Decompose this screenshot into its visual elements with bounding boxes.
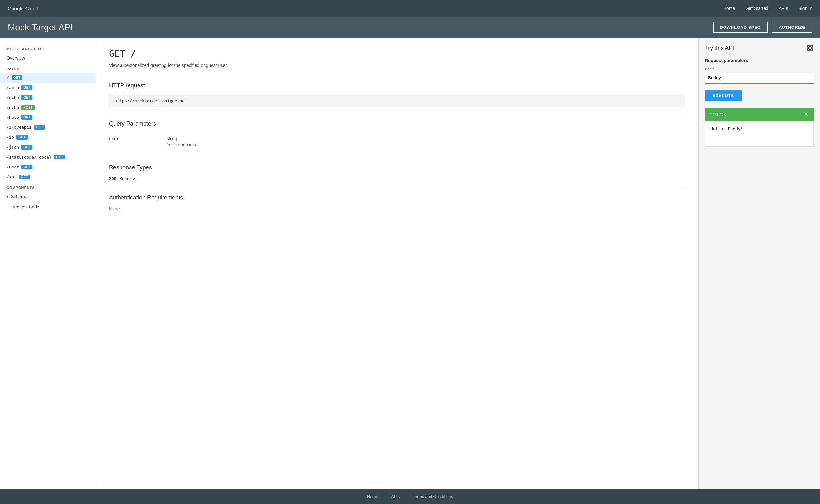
badge-get: GET [34,125,45,130]
request-params-label: Request parameters [705,58,814,63]
sidebar-path-auth-get[interactable]: /auth GET [0,83,96,93]
sidebar-path-help-get[interactable]: /help GET [0,112,96,122]
path-text: /ip [6,135,14,140]
query-params-heading: Query Parameters [109,120,685,127]
svg-rect-3 [811,49,813,51]
user-field-label: user [705,67,814,71]
logo: Google Cloud [8,6,38,11]
sidebar-path-ip-get[interactable]: /ip GET [0,132,96,142]
expand-icon: ▾ [6,194,8,199]
endpoint-description: View a personalized greeting for the spe… [109,63,685,68]
page-header: Mock Target API DOWNLOAD SPEC AUTHORIZE [0,17,820,38]
sidebar-schema-request-body[interactable]: request-body [0,202,96,212]
sidebar-overview-label: Overview [6,55,25,61]
nav-apis[interactable]: APIs [779,6,788,11]
nav-home[interactable]: Home [723,6,735,11]
path-text: /help [6,115,19,120]
path-text: /iloveapis [6,125,31,130]
nav-get-started[interactable]: Get Started [745,6,768,11]
schema-item-label: request-body [13,204,39,209]
nav-links: Home Get Started APIs Sign In [723,6,812,11]
svg-rect-1 [811,45,813,47]
nav-sign-in[interactable]: Sign In [798,6,812,11]
sidebar-path-root-get[interactable]: / GET [0,73,96,83]
param-type-user: string [167,136,685,141]
badge-post: POST [21,105,35,110]
response-code-200: 200: [109,176,118,181]
path-text: /statuscode/{code} [6,155,52,159]
response-body: Hello, Buddy! [705,121,814,147]
endpoint-title: GET / [109,48,685,59]
http-request-heading: HTTP request [109,82,685,89]
path-text: /echo [6,105,19,110]
sidebar: MOCK TARGET API Overview PATHS / GET /au… [0,38,96,489]
path-text: /json [6,145,19,150]
badge-get: GET [21,165,32,169]
path-text: /echo [6,95,19,100]
badge-get: GET [19,175,30,179]
sidebar-path-echo-get[interactable]: /echo GET [0,93,96,102]
execute-button[interactable]: EXECUTE [705,90,742,101]
badge-get: GET [12,75,22,80]
main-layout: MOCK TARGET API Overview PATHS / GET /au… [0,38,820,489]
authorize-button[interactable]: AUTHORIZE [772,22,812,33]
page-title: Mock Target API [8,22,73,33]
sidebar-path-iloveapis-get[interactable]: /iloveapis GET [0,122,96,132]
badge-get: GET [21,95,32,100]
param-details-user: string Your user name. [167,136,685,147]
svg-rect-0 [808,45,809,47]
param-name-user: user [109,136,160,147]
svg-rect-2 [808,49,809,51]
response-item-200: 200: Success [109,176,685,181]
path-text: /auth [6,85,19,90]
expand-icon[interactable] [807,45,814,52]
footer-apis[interactable]: APIs [391,494,400,499]
sidebar-section-paths: PATHS [0,63,96,73]
path-text: /user [6,165,19,169]
sidebar-path-xml-get[interactable]: /xml GET [0,172,96,182]
badge-get: GET [21,115,32,120]
http-url-box: https://mocktarget.apigee.net [109,94,685,107]
response-desc-200: Success [119,176,136,181]
badge-get: GET [16,135,27,140]
footer: Home APIs Terms and Conditions [0,489,820,504]
response-status-box: 200 OK ✕ [705,108,814,121]
path-text: / [6,75,9,80]
param-row-user: user string Your user name. [109,132,685,151]
header-buttons: DOWNLOAD SPEC AUTHORIZE [713,22,812,33]
footer-terms[interactable]: Terms and Conditions [413,494,453,499]
content-area: GET / View a personalized greeting for t… [96,38,698,489]
footer-home[interactable]: Home [367,494,378,499]
badge-get: GET [21,145,32,150]
user-input[interactable] [705,73,814,84]
param-desc-user: Your user name. [167,142,685,147]
sidebar-overview[interactable]: Overview [0,53,96,63]
download-spec-button[interactable]: DOWNLOAD SPEC [713,22,768,33]
sidebar-path-statuscode-get[interactable]: /statuscode/{code} GET [0,152,96,162]
path-text: /xml [6,175,16,179]
sidebar-path-echo-post[interactable]: /echo POST [0,102,96,112]
top-nav: Google Cloud Home Get Started APIs Sign … [0,0,820,17]
sidebar-path-user-get[interactable]: /user GET [0,162,96,172]
auth-value: None. [109,206,685,211]
close-response-button[interactable]: ✕ [804,111,808,118]
sidebar-section-components: COMPONENTS [0,182,96,191]
auth-heading: Authentication Requirements [109,194,685,201]
schemas-label: Schemas [11,194,29,199]
try-panel-header: Try this API [705,45,814,52]
response-status: 200 OK [710,112,726,117]
sidebar-path-json-get[interactable]: /json GET [0,142,96,152]
badge-get: GET [21,85,32,90]
try-panel: Try this API Request parameters user EXE… [698,38,820,489]
sidebar-section-api: MOCK TARGET API [0,43,96,53]
params-table: user string Your user name. [109,132,685,151]
try-panel-title: Try this API [705,45,734,52]
sidebar-schemas[interactable]: ▾ Schemas [0,191,96,202]
badge-get: GET [54,155,65,159]
response-types-heading: Response Types [109,164,685,171]
